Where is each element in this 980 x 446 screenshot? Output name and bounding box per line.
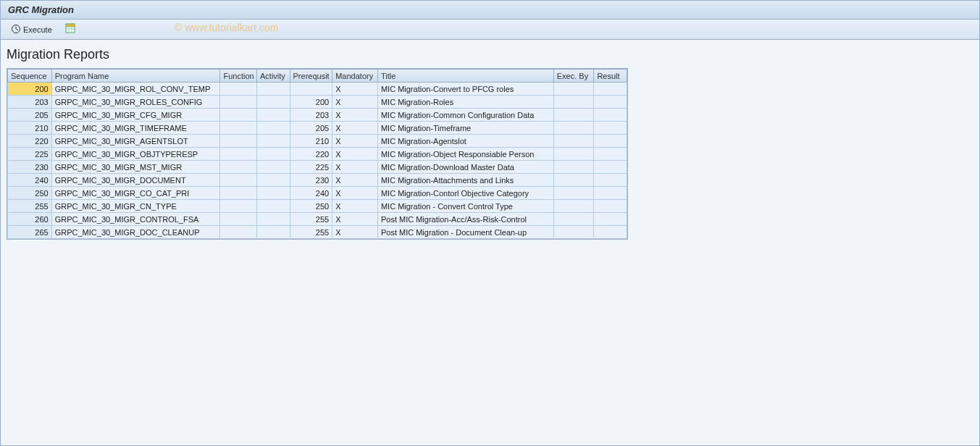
cell-mandatory[interactable]: X [332,135,378,148]
cell-prerequisit[interactable]: 255 [290,226,332,239]
cell-activity[interactable] [257,161,290,174]
cell-exec-by[interactable] [553,161,594,174]
cell-exec-by[interactable] [553,83,594,96]
cell-result[interactable] [594,83,627,96]
cell-prerequisit[interactable] [290,83,332,96]
col-header-title[interactable]: Title [377,70,553,83]
cell-function[interactable] [220,109,257,122]
cell-mandatory[interactable]: X [332,187,378,200]
table-row[interactable]: 225GRPC_MIC_30_MIGR_OBJTYPERESP220XMIC M… [8,148,627,161]
cell-title[interactable]: MIC Migration-Download Master Data [377,161,553,174]
cell-function[interactable] [220,213,257,226]
cell-result[interactable] [594,135,627,148]
cell-sequence[interactable]: 200 [8,83,52,96]
cell-function[interactable] [220,161,257,174]
cell-function[interactable] [220,96,257,109]
cell-title[interactable]: Post MIC Migration - Document Clean-up [377,226,553,239]
table-row[interactable]: 210GRPC_MIC_30_MIGR_TIMEFRAME205XMIC Mig… [8,122,627,135]
cell-mandatory[interactable]: X [332,122,378,135]
cell-exec-by[interactable] [553,135,594,148]
cell-title[interactable]: MIC Migration-Roles [377,96,553,109]
cell-activity[interactable] [257,122,290,135]
cell-mandatory[interactable]: X [332,83,378,96]
cell-mandatory[interactable]: X [332,109,378,122]
cell-exec-by[interactable] [553,213,594,226]
cell-exec-by[interactable] [553,148,594,161]
cell-prerequisit[interactable]: 205 [290,122,332,135]
cell-title[interactable]: MIC Migration-Convert to PFCG roles [377,83,553,96]
cell-prerequisit[interactable]: 240 [290,187,332,200]
cell-title[interactable]: MIC Migration - Convert Control Type [377,200,553,213]
cell-title[interactable]: MIC Migration-Common Configuration Data [377,109,553,122]
cell-program-name[interactable]: GRPC_MIC_30_MIGR_CFG_MIGR [51,109,220,122]
cell-activity[interactable] [257,187,290,200]
execute-button[interactable]: Execute [8,22,55,37]
cell-program-name[interactable]: GRPC_MIC_30_MIGR_ROLES_CONFIG [51,96,220,109]
cell-program-name[interactable]: GRPC_MIC_30_MIGR_CONTROL_FSA [51,213,220,226]
table-row[interactable]: 250GRPC_MIC_30_MIGR_CO_CAT_PRI240XMIC Mi… [8,187,627,200]
cell-activity[interactable] [257,213,290,226]
cell-result[interactable] [594,226,627,239]
cell-program-name[interactable]: GRPC_MIC_30_MIGR_OBJTYPERESP [51,148,220,161]
table-row[interactable]: 255GRPC_MIC_30_MIGR_CN_TYPE250XMIC Migra… [8,200,627,213]
cell-sequence[interactable]: 203 [8,96,52,109]
cell-result[interactable] [594,148,627,161]
cell-sequence[interactable]: 240 [8,174,52,187]
cell-activity[interactable] [257,226,290,239]
cell-function[interactable] [220,122,257,135]
cell-result[interactable] [594,161,627,174]
cell-activity[interactable] [257,135,290,148]
cell-program-name[interactable]: GRPC_MIC_30_MIGR_MST_MIGR [51,161,220,174]
cell-program-name[interactable]: GRPC_MIC_30_MIGR_AGENTSLOT [51,135,220,148]
table-row[interactable]: 205GRPC_MIC_30_MIGR_CFG_MIGR203XMIC Migr… [8,109,627,122]
table-row[interactable]: 203GRPC_MIC_30_MIGR_ROLES_CONFIG200XMIC … [8,96,627,109]
table-row[interactable]: 240GRPC_MIC_30_MIGR_DOCUMENT230XMIC Migr… [8,174,627,187]
table-row[interactable]: 260GRPC_MIC_30_MIGR_CONTROL_FSA255XPost … [8,213,627,226]
cell-mandatory[interactable]: X [332,213,378,226]
table-row[interactable]: 220GRPC_MIC_30_MIGR_AGENTSLOT210XMIC Mig… [8,135,627,148]
cell-activity[interactable] [257,83,290,96]
cell-mandatory[interactable]: X [332,200,378,213]
cell-exec-by[interactable] [553,109,594,122]
cell-prerequisit[interactable]: 250 [290,200,332,213]
col-header-exec-by[interactable]: Exec. By [553,70,594,83]
cell-program-name[interactable]: GRPC_MIC_30_MIGR_ROL_CONV_TEMP [51,83,220,96]
cell-function[interactable] [220,200,257,213]
cell-program-name[interactable]: GRPC_MIC_30_MIGR_DOC_CLEANUP [51,226,220,239]
cell-title[interactable]: MIC Migration-Object Responsiable Person [377,148,553,161]
cell-exec-by[interactable] [553,200,594,213]
col-header-prerequisit[interactable]: Prerequsit [290,70,332,83]
cell-function[interactable] [220,187,257,200]
cell-prerequisit[interactable]: 255 [290,213,332,226]
cell-program-name[interactable]: GRPC_MIC_30_MIGR_CO_CAT_PRI [51,187,220,200]
cell-function[interactable] [220,135,257,148]
cell-sequence[interactable]: 205 [8,109,52,122]
cell-prerequisit[interactable]: 200 [290,96,332,109]
cell-prerequisit[interactable]: 210 [290,135,332,148]
cell-sequence[interactable]: 260 [8,213,52,226]
table-row[interactable]: 265GRPC_MIC_30_MIGR_DOC_CLEANUP255XPost … [8,226,627,239]
cell-activity[interactable] [257,109,290,122]
cell-title[interactable]: MIC Migration-Attachments and Links [377,174,553,187]
migration-reports-table[interactable]: Sequence Program Name Function Activity … [7,69,627,239]
col-header-activity[interactable]: Activity [257,70,290,83]
cell-program-name[interactable]: GRPC_MIC_30_MIGR_TIMEFRAME [51,122,220,135]
cell-function[interactable] [220,226,257,239]
cell-activity[interactable] [257,174,290,187]
cell-function[interactable] [220,148,257,161]
cell-exec-by[interactable] [553,96,594,109]
cell-exec-by[interactable] [553,122,594,135]
cell-program-name[interactable]: GRPC_MIC_30_MIGR_CN_TYPE [51,200,220,213]
cell-result[interactable] [594,174,627,187]
layout-button[interactable] [64,22,77,37]
cell-title[interactable]: MIC Migration-Contorl Objective Category [377,187,553,200]
cell-prerequisit[interactable]: 220 [290,148,332,161]
cell-function[interactable] [220,83,257,96]
cell-result[interactable] [594,187,627,200]
cell-activity[interactable] [257,96,290,109]
table-row[interactable]: 200GRPC_MIC_30_MIGR_ROL_CONV_TEMPXMIC Mi… [8,83,627,96]
cell-activity[interactable] [257,200,290,213]
cell-mandatory[interactable]: X [332,96,378,109]
col-header-sequence[interactable]: Sequence [8,70,52,83]
table-row[interactable]: 230GRPC_MIC_30_MIGR_MST_MIGR225XMIC Migr… [8,161,627,174]
